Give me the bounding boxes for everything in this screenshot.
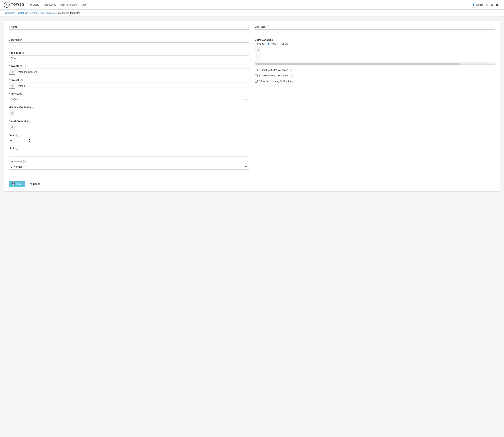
playbook-label: * Playbook ? — [9, 93, 249, 95]
job-type-required: * — [9, 51, 10, 54]
machine-credential-group: Machine Credential ? — [9, 106, 249, 116]
username: admin — [476, 3, 483, 6]
playbook-required: * — [9, 93, 10, 95]
description-input[interactable] — [9, 42, 249, 48]
monitor-icon[interactable] — [491, 3, 493, 6]
save-button[interactable]: 💾 Save — [9, 181, 25, 187]
verbosity-label-text: Verbosity — [10, 160, 22, 163]
playbook-help-icon[interactable]: ? — [23, 93, 25, 95]
project-search-icon — [11, 85, 13, 87]
code-area[interactable]: --- — [261, 47, 495, 62]
description-group: Description — [9, 38, 249, 48]
allow-provisioning-help-icon[interactable]: ? — [291, 80, 294, 83]
navbar: A TOWER Projects Inventories Job Templat… — [0, 0, 504, 10]
enable-privilege-label[interactable]: Enable Privilege Escalation ? — [259, 74, 293, 77]
verbosity-help-icon[interactable]: ? — [23, 160, 26, 163]
breadcrumb-database-servers[interactable]: Database Servers — [18, 12, 37, 14]
forks-increment-button[interactable]: ▲ — [28, 138, 32, 140]
playbook-select[interactable]: Default — [9, 97, 249, 102]
parse-as-yaml-label[interactable]: YAML — [267, 42, 276, 45]
prompt-extra-vars-checkbox[interactable] — [255, 69, 258, 71]
prompt-extra-vars-label[interactable]: Prompt for Extra Variables ? — [259, 69, 291, 71]
project-help-icon[interactable]: ? — [20, 79, 23, 81]
project-label-text: Project — [10, 79, 19, 81]
limit-input[interactable] — [9, 151, 249, 157]
inventory-search-icon — [11, 71, 13, 73]
form-panel: * Name Description * Job Type — [4, 20, 500, 192]
nav-projects[interactable]: Projects — [30, 3, 39, 6]
limit-help-icon[interactable]: ? — [16, 147, 18, 150]
parse-as-json-radio[interactable] — [279, 43, 281, 45]
limit-label-text: Limit — [9, 147, 15, 150]
svg-line-7 — [12, 128, 13, 128]
job-tags-label: Job Tags ? — [255, 25, 495, 28]
code-editor-inner: 1 --- — [255, 47, 495, 62]
prompt-extra-vars-text: Prompt for Extra Variables — [259, 69, 288, 71]
parse-as-yaml-radio[interactable] — [267, 43, 270, 45]
nav-inventories[interactable]: Inventories — [44, 3, 56, 6]
extra-variables-help-icon[interactable]: ? — [274, 39, 276, 41]
parse-as-label: Parse as: — [255, 42, 265, 45]
cloud-credential-search-button[interactable] — [9, 124, 15, 130]
job-tags-input[interactable] — [255, 29, 495, 35]
project-required: * — [9, 79, 10, 81]
forks-help-icon[interactable]: ? — [16, 134, 19, 137]
machine-credential-search-icon — [11, 112, 13, 114]
allow-provisioning-group: Allow Provisioning Callbacks ? — [255, 80, 495, 83]
breadcrumb-inventories[interactable]: Inventories — [4, 12, 15, 14]
machine-credential-help-icon[interactable]: ? — [32, 106, 35, 109]
project-input[interactable] — [15, 83, 249, 88]
prompt-extra-vars-help-icon[interactable]: ? — [289, 69, 291, 71]
settings-icon[interactable] — [485, 3, 488, 6]
verbosity-group: * Verbosity ? 0 (Normal) 1 (Verbose) 2 (… — [9, 160, 249, 169]
machine-credential-search-button[interactable] — [9, 110, 15, 116]
reset-button[interactable]: ↺ Reset — [27, 181, 43, 187]
inventory-input[interactable] — [15, 70, 249, 74]
forks-label-text: Forks — [9, 134, 15, 137]
form-left-column: * Name Description * Job Type — [9, 25, 249, 173]
forks-input[interactable] — [9, 138, 28, 143]
job-type-help-icon[interactable]: ? — [22, 52, 25, 54]
enable-privilege-checkbox[interactable] — [255, 74, 258, 77]
save-icon: 💾 — [12, 182, 15, 185]
logout-icon[interactable]: ⬚ — [495, 3, 500, 6]
breadcrumb-job-templates[interactable]: Job Templates — [40, 12, 55, 14]
allow-provisioning-checkbox[interactable] — [255, 80, 258, 83]
limit-label: Limit ? — [9, 147, 249, 150]
limit-group: Limit ? — [9, 147, 249, 157]
inventory-group: * Inventory ? — [9, 65, 249, 75]
cloud-credential-help-icon[interactable]: ? — [29, 120, 32, 122]
name-input[interactable] — [9, 29, 249, 35]
inventory-search-button[interactable] — [9, 69, 15, 75]
job-type-select[interactable]: Run Check Scan — [9, 56, 249, 61]
user-menu[interactable]: admin — [472, 3, 483, 6]
svg-line-3 — [12, 86, 13, 87]
cloud-credential-input[interactable] — [15, 125, 249, 129]
parse-as-json-label[interactable]: JSON — [279, 42, 288, 45]
inventory-search-field — [9, 69, 249, 75]
verbosity-required: * — [9, 160, 10, 163]
allow-provisioning-label[interactable]: Allow Provisioning Callbacks ? — [259, 80, 294, 83]
forks-spinners: ▲ ▼ — [28, 138, 32, 143]
inventory-required: * — [9, 65, 10, 67]
verbosity-select[interactable]: 0 (Normal) 1 (Verbose) 2 (More Verbose) … — [9, 164, 249, 169]
job-tags-help-icon[interactable]: ? — [267, 26, 269, 28]
machine-credential-input[interactable] — [15, 111, 249, 115]
navbar-right: admin ⬚ — [472, 3, 500, 6]
code-scrollbar-thumb[interactable] — [255, 63, 459, 65]
nav-job-templates[interactable]: Job Templates — [61, 3, 77, 6]
job-tags-label-text: Job Tags — [255, 25, 266, 28]
job-type-label: * Job Type ? — [9, 51, 249, 54]
nav-jobs[interactable]: Jobs — [81, 3, 86, 6]
page-content: * Name Description * Job Type — [0, 17, 504, 196]
inventory-help-icon[interactable]: ? — [23, 65, 26, 67]
code-scrollbar[interactable] — [255, 62, 495, 65]
project-label: * Project ? — [9, 79, 249, 81]
job-type-label-text: Job Type — [10, 51, 21, 54]
svg-point-2 — [11, 85, 13, 86]
enable-privilege-help-icon[interactable]: ? — [290, 74, 293, 77]
brand: A TOWER — [4, 2, 24, 8]
forks-decrement-button[interactable]: ▼ — [28, 140, 32, 143]
reset-icon: ↺ — [30, 182, 32, 185]
project-search-button[interactable] — [9, 83, 15, 89]
